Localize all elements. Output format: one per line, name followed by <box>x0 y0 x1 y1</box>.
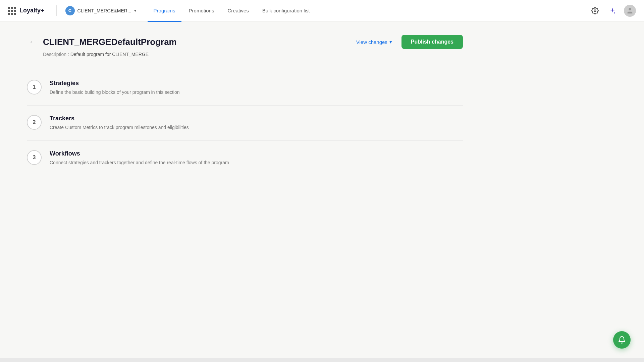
section-info-strategies: Strategies Define the basic building blo… <box>50 80 180 96</box>
bell-icon <box>618 336 626 344</box>
nav-links: Programs Promotions Creatives Bulk confi… <box>148 5 589 16</box>
section-title-workflows: Workflows <box>50 150 229 157</box>
section-title-strategies: Strategies <box>50 80 180 87</box>
section-workflows[interactable]: 3 Workflows Connect strategies and track… <box>27 140 463 176</box>
nav-promotions[interactable]: Promotions <box>183 5 220 16</box>
client-avatar: C <box>65 6 75 15</box>
nav-programs[interactable]: Programs <box>148 5 181 16</box>
grid-icon <box>8 7 16 15</box>
svg-point-0 <box>594 10 596 12</box>
section-info-workflows: Workflows Connect strategies and tracker… <box>50 150 229 166</box>
view-changes-button[interactable]: View changes ▾ <box>352 36 396 48</box>
section-title-trackers: Trackers <box>50 115 189 122</box>
ai-sparkle-button[interactable] <box>606 5 619 17</box>
svg-point-1 <box>629 8 631 10</box>
main-content: ← CLIENT_MERGEDefaultProgram View change… <box>0 21 490 189</box>
section-trackers[interactable]: 2 Trackers Create Custom Metrics to trac… <box>27 105 463 140</box>
section-desc-strategies: Define the basic building blocks of your… <box>50 89 180 96</box>
user-avatar[interactable] <box>624 5 636 17</box>
brand-name: Loyalty+ <box>19 7 44 14</box>
section-number-2: 2 <box>27 115 42 130</box>
nav-divider <box>56 5 57 16</box>
publish-changes-button[interactable]: Publish changes <box>401 35 463 49</box>
chevron-down-icon: ▾ <box>134 8 136 13</box>
client-selector[interactable]: C CLIENT_MERGE&MER... ▾ <box>62 4 140 17</box>
section-info-trackers: Trackers Create Custom Metrics to track … <box>50 115 189 131</box>
section-strategies[interactable]: 1 Strategies Define the basic building b… <box>27 70 463 105</box>
section-number-3: 3 <box>27 150 42 165</box>
back-button[interactable]: ← <box>27 37 38 47</box>
chevron-down-icon: ▾ <box>389 39 392 45</box>
nav-creatives[interactable]: Creatives <box>221 5 255 16</box>
description-label: Description : <box>43 52 69 57</box>
description-row: Description : Default program for CLIENT… <box>27 52 463 57</box>
scrollbar[interactable] <box>0 358 644 362</box>
notification-fab[interactable] <box>613 331 631 349</box>
description-value: Default program for CLIENT_MERGE <box>70 52 149 57</box>
section-number-1: 1 <box>27 80 42 95</box>
nav-bulk-config[interactable]: Bulk configuration list <box>256 5 316 16</box>
section-desc-workflows: Connect strategies and trackers together… <box>50 159 229 166</box>
page-title: CLIENT_MERGEDefaultProgram <box>43 37 177 47</box>
page-header: ← CLIENT_MERGEDefaultProgram View change… <box>27 35 463 49</box>
sections-list: 1 Strategies Define the basic building b… <box>27 70 463 176</box>
settings-button[interactable] <box>589 5 601 17</box>
brand-logo[interactable]: Loyalty+ <box>8 7 44 15</box>
client-name: CLIENT_MERGE&MER... <box>77 8 131 13</box>
top-navigation: Loyalty+ C CLIENT_MERGE&MER... ▾ Program… <box>0 0 644 21</box>
section-desc-trackers: Create Custom Metrics to track program m… <box>50 124 189 131</box>
nav-right <box>589 5 636 17</box>
header-actions: View changes ▾ Publish changes <box>352 35 463 49</box>
page-title-row: ← CLIENT_MERGEDefaultProgram <box>27 37 177 47</box>
